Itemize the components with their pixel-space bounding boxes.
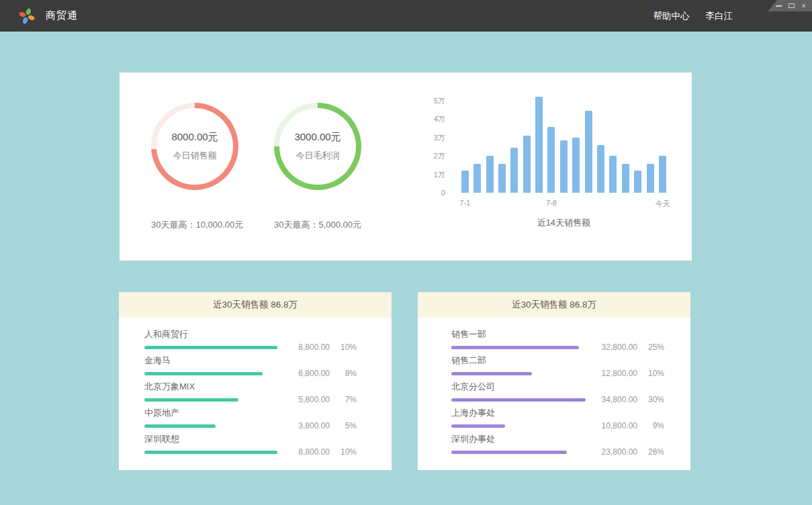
- rank-card-customers-title: 近30天销售额 86.8万: [119, 292, 392, 318]
- rank-item-bar: [451, 398, 586, 402]
- rank-item-name: 中原地产: [144, 408, 279, 418]
- rank-row-right: 34,800.00 30%: [586, 381, 664, 404]
- y-tick-label: 2万: [434, 151, 445, 161]
- rank-item-name: 人和商贸行: [144, 329, 279, 340]
- rank-row-left: 北京万象MIX: [144, 381, 279, 402]
- nav-user[interactable]: 李白江: [706, 10, 733, 22]
- rank-item-name: 北京分公司: [451, 381, 586, 392]
- rank-row: 深圳联想 8,800.00 10%: [144, 434, 357, 454]
- rank-item-name: 北京万象MIX: [144, 381, 279, 392]
- rank-item-percent: 10%: [330, 447, 357, 457]
- rank-row-right: 8,800.00 10%: [279, 329, 357, 352]
- rank-item-value: 8,800.00: [279, 447, 330, 457]
- bar: [647, 164, 654, 193]
- rank-item-bar-track: [451, 424, 586, 428]
- bar: [473, 164, 481, 193]
- rank-item-value: 32,800.00: [586, 342, 637, 352]
- bar: [486, 156, 494, 193]
- bar: [510, 148, 518, 193]
- rank-item-percent: 26%: [637, 447, 664, 457]
- rank-section: 近30天销售额 86.8万 人和商贸行 8,800.00 10% 金海马 6,8…: [119, 292, 812, 470]
- rank-item-bar: [144, 346, 277, 349]
- bar: [498, 164, 506, 193]
- rank-item-value: 23,800.00: [586, 447, 637, 457]
- rank-item-name: 上海办事处: [451, 408, 586, 418]
- rank-item-value: 3,800.00: [279, 421, 330, 430]
- today-sales-value: 8000.00元: [171, 131, 218, 144]
- rank-item-name: 金海马: [144, 355, 279, 366]
- bar-chart-title: 近14天销售额: [461, 217, 666, 229]
- sales-14d-bar-chart: 5万4万3万2万1万0 7-17-8今天 近14天销售额: [425, 73, 692, 261]
- close-icon[interactable]: ×: [801, 3, 806, 9]
- rank-item-percent: 30%: [637, 395, 664, 404]
- bar: [585, 111, 592, 193]
- window-controls: ×: [768, 0, 812, 11]
- rank-row-left: 销售一部: [451, 329, 586, 349]
- rank-item-bar-track: [144, 398, 279, 402]
- rank-row: 销售二部 12,800.00 10%: [451, 355, 664, 375]
- rank-item-bar-track: [451, 346, 586, 349]
- rank-item-value: 10,800.00: [586, 421, 637, 430]
- rank-row: 中原地产 3,800.00 5%: [144, 408, 357, 428]
- rank-item-value: 12,800.00: [586, 369, 637, 378]
- rank-item-bar-track: [144, 451, 279, 454]
- rank-item-value: 34,800.00: [586, 395, 637, 404]
- rank-card-departments-title: 近30天销售额 86.8万: [418, 292, 690, 318]
- bar: [609, 156, 617, 193]
- rank-item-bar: [451, 346, 579, 349]
- rank-row-right: 12,800.00 10%: [586, 355, 664, 378]
- today-profit-label: 今日毛利润: [296, 150, 340, 162]
- bar-plot: [461, 92, 666, 193]
- header-nav: 帮助中心 李白江: [653, 10, 733, 22]
- title-bar: 商贸通 帮助中心 李白江 ×: [0, 0, 812, 32]
- bar: [461, 171, 469, 193]
- rank-row-left: 北京分公司: [451, 381, 586, 402]
- rank-row: 上海办事处 10,800.00 9%: [451, 408, 664, 428]
- rank-row: 销售一部 32,800.00 25%: [451, 329, 664, 349]
- rank-item-value: 8,800.00: [279, 342, 330, 352]
- rank-row-left: 销售二部: [451, 355, 586, 375]
- rank-row-left: 深圳联想: [144, 434, 279, 454]
- rank-item-bar: [144, 451, 277, 454]
- rank-card-departments: 近30天销售额 86.8万 销售一部 32,800.00 25% 销售二部 12…: [418, 292, 690, 470]
- rank-item-percent: 25%: [637, 342, 664, 352]
- rank-row-left: 深圳办事处: [451, 434, 586, 454]
- rank-item-bar-track: [451, 372, 586, 375]
- bar: [547, 127, 555, 193]
- rank-item-bar: [451, 372, 532, 375]
- donut-center: 8000.00元 今日销售额: [156, 108, 233, 185]
- rank-item-name: 销售二部: [451, 355, 586, 366]
- rank-rows-departments: 销售一部 32,800.00 25% 销售二部 12,800.00 10% 北京…: [418, 318, 690, 454]
- rank-row: 人和商贸行 8,800.00 10%: [144, 329, 357, 349]
- rank-item-name: 销售一部: [451, 329, 586, 340]
- rank-row-right: 8,800.00 10%: [279, 434, 357, 457]
- bar-chart-body: 5万4万3万2万1万0 7-17-8今天 近14天销售额: [425, 92, 666, 229]
- bar: [634, 171, 641, 193]
- rank-card-customers: 近30天销售额 86.8万 人和商贸行 8,800.00 10% 金海马 6,8…: [119, 292, 392, 470]
- app-title: 商贸通: [46, 9, 78, 22]
- rank-item-bar: [451, 451, 567, 454]
- maximize-icon[interactable]: [788, 3, 795, 8]
- rank-row-right: 6,800.00 8%: [279, 355, 357, 378]
- bar-chart-x-axis: 7-17-8今天: [461, 199, 666, 209]
- x-tick-label: 7-1: [459, 199, 470, 207]
- y-tick-label: 1万: [434, 169, 445, 179]
- rank-row-right: 23,800.00 26%: [586, 434, 664, 457]
- rank-item-bar-track: [144, 346, 279, 349]
- minimize-icon[interactable]: [776, 5, 782, 7]
- today-sales-label: 今日销售额: [173, 150, 217, 162]
- summary-card: 8000.00元 今日销售额 30天最高：10,000.00元 3000.00元…: [120, 73, 692, 261]
- rank-item-percent: 5%: [330, 421, 357, 430]
- bar: [597, 145, 604, 193]
- y-tick-label: 0: [441, 189, 445, 197]
- bar: [535, 97, 543, 193]
- rank-row-right: 5,800.00 7%: [279, 381, 357, 404]
- rank-item-bar: [144, 398, 238, 402]
- rank-item-percent: 9%: [637, 421, 664, 430]
- bar: [572, 138, 580, 193]
- nav-help-center[interactable]: 帮助中心: [653, 10, 690, 22]
- rank-row-left: 中原地产: [144, 408, 279, 428]
- x-tick-label: 7-8: [546, 199, 557, 207]
- rank-row: 深圳办事处 23,800.00 26%: [451, 434, 664, 454]
- rank-rows-customers: 人和商贸行 8,800.00 10% 金海马 6,800.00 8% 北京万象M…: [119, 318, 392, 454]
